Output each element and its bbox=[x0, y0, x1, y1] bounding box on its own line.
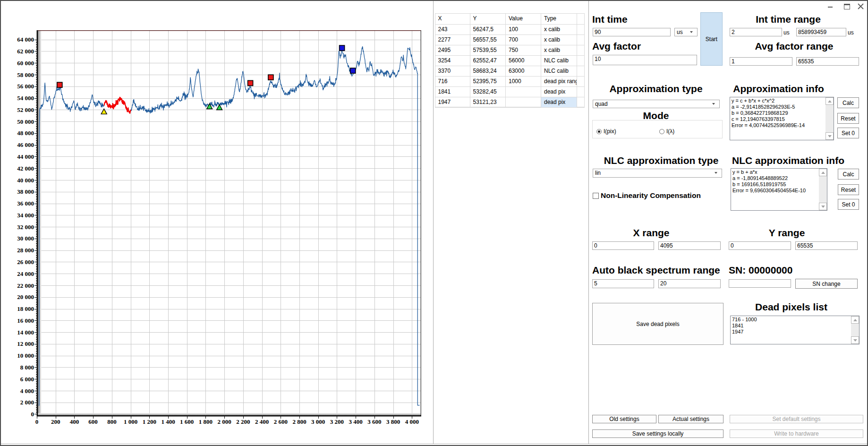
svg-text:42 000: 42 000 bbox=[17, 165, 34, 172]
svg-text:0: 0 bbox=[35, 418, 39, 425]
svg-text:36 000: 36 000 bbox=[17, 200, 34, 207]
svg-text:1 800: 1 800 bbox=[199, 418, 213, 425]
svg-text:10 000: 10 000 bbox=[17, 352, 34, 359]
svg-text:40 000: 40 000 bbox=[17, 177, 34, 184]
svg-text:64 000: 64 000 bbox=[17, 36, 34, 43]
svg-text:18 000: 18 000 bbox=[17, 305, 34, 312]
svg-text:16 000: 16 000 bbox=[17, 317, 34, 324]
svg-text:24 000: 24 000 bbox=[17, 270, 34, 277]
svg-text:60 000: 60 000 bbox=[17, 60, 34, 67]
svg-text:4 000: 4 000 bbox=[20, 387, 34, 395]
svg-text:2 200: 2 200 bbox=[236, 418, 250, 425]
svg-text:200: 200 bbox=[51, 418, 60, 425]
svg-text:2 000: 2 000 bbox=[20, 399, 34, 406]
svg-text:44 000: 44 000 bbox=[17, 153, 34, 160]
svg-text:2 400: 2 400 bbox=[255, 418, 269, 425]
svg-text:3 000: 3 000 bbox=[311, 418, 325, 425]
svg-text:38 000: 38 000 bbox=[17, 188, 34, 195]
svg-text:14 000: 14 000 bbox=[17, 329, 34, 336]
svg-text:46 000: 46 000 bbox=[17, 141, 34, 148]
svg-text:56 000: 56 000 bbox=[17, 83, 34, 90]
svg-text:1 200: 1 200 bbox=[143, 418, 156, 425]
svg-text:28 000: 28 000 bbox=[17, 247, 34, 254]
svg-text:58 000: 58 000 bbox=[17, 71, 34, 78]
svg-text:800: 800 bbox=[107, 418, 117, 425]
svg-text:48 000: 48 000 bbox=[17, 129, 34, 137]
svg-text:2 000: 2 000 bbox=[217, 418, 231, 425]
svg-text:600: 600 bbox=[88, 418, 98, 425]
svg-text:62 000: 62 000 bbox=[17, 48, 34, 55]
svg-text:4 000: 4 000 bbox=[405, 418, 419, 425]
svg-text:30 000: 30 000 bbox=[17, 235, 34, 242]
svg-text:20 000: 20 000 bbox=[17, 293, 34, 300]
svg-text:3 200: 3 200 bbox=[330, 418, 344, 425]
svg-text:6 000: 6 000 bbox=[20, 376, 34, 383]
svg-text:8 000: 8 000 bbox=[20, 364, 34, 371]
svg-text:2 800: 2 800 bbox=[292, 418, 306, 425]
svg-text:3 800: 3 800 bbox=[386, 418, 400, 425]
svg-text:52 000: 52 000 bbox=[17, 106, 34, 113]
svg-text:400: 400 bbox=[70, 418, 79, 425]
svg-text:26 000: 26 000 bbox=[17, 258, 34, 266]
svg-text:12 000: 12 000 bbox=[17, 340, 34, 347]
svg-text:54 000: 54 000 bbox=[17, 94, 34, 102]
svg-text:3 400: 3 400 bbox=[349, 418, 362, 425]
svg-text:1 600: 1 600 bbox=[180, 418, 194, 425]
svg-text:32 000: 32 000 bbox=[17, 223, 34, 231]
svg-text:1 400: 1 400 bbox=[161, 418, 175, 425]
svg-text:22 000: 22 000 bbox=[17, 282, 34, 289]
svg-text:34 000: 34 000 bbox=[17, 212, 34, 219]
svg-text:1 000: 1 000 bbox=[124, 418, 137, 425]
svg-text:0: 0 bbox=[31, 411, 34, 418]
svg-text:50 000: 50 000 bbox=[17, 118, 34, 125]
svg-text:2 600: 2 600 bbox=[274, 418, 288, 425]
svg-text:3 600: 3 600 bbox=[367, 418, 381, 425]
